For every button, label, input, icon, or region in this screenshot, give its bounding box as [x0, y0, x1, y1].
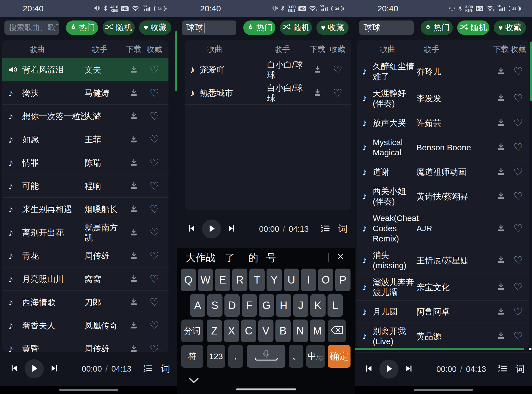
- favorite-button[interactable]: ♡: [144, 344, 165, 352]
- song-row[interactable]: ♪如愿王菲♡: [2, 128, 168, 151]
- song-row[interactable]: ♪Mystical MagicalBenson Boone♡: [357, 134, 529, 161]
- scrollbar-thumb[interactable]: [175, 31, 177, 91]
- song-row[interactable]: ♪宠爱吖白小白/球球♡: [185, 58, 351, 81]
- favorite-button[interactable]: ♡: [510, 223, 526, 234]
- previous-track-button[interactable]: [365, 364, 373, 374]
- play-button[interactable]: [25, 359, 44, 378]
- key-G[interactable]: G: [259, 294, 274, 317]
- scrollbar-thumb[interactable]: [530, 42, 532, 101]
- favorite-button[interactable]: ♡: [144, 65, 165, 75]
- song-row[interactable]: ♪Weak(Cheat Codes Remix)AJR♡: [357, 210, 529, 247]
- download-button[interactable]: [124, 344, 144, 352]
- next-track-button[interactable]: [50, 364, 58, 374]
- key-V[interactable]: V: [258, 320, 273, 342]
- favorite-button[interactable]: ♡: [144, 181, 165, 191]
- play-button[interactable]: [202, 220, 221, 239]
- download-button[interactable]: [124, 204, 144, 214]
- song-row[interactable]: ♪西关小姐(伴奏)黄诗扶/蔡翊昇♡: [357, 183, 529, 210]
- song-row[interactable]: ♪西海情歌刀郎♡: [2, 291, 168, 314]
- favorite-button[interactable]: ♡: [144, 274, 165, 284]
- favorite-button[interactable]: ♡: [144, 134, 165, 145]
- key-J[interactable]: J: [293, 294, 308, 317]
- song-row[interactable]: ♪搀扶马健涛♡: [2, 81, 168, 105]
- key-comma[interactable]: ，: [228, 345, 243, 368]
- download-button[interactable]: [492, 167, 510, 177]
- download-button[interactable]: [124, 88, 144, 98]
- random-filter-button[interactable]: 随机: [280, 20, 312, 35]
- key-B[interactable]: B: [275, 320, 291, 342]
- key-W[interactable]: W: [198, 269, 213, 291]
- key-H[interactable]: H: [276, 294, 291, 317]
- key-C[interactable]: C: [241, 320, 256, 342]
- key-T[interactable]: T: [249, 269, 265, 291]
- playlist-button[interactable]: 12: [320, 224, 330, 234]
- song-row[interactable]: ♪放声大哭许茹芸♡: [357, 112, 529, 134]
- close-suggestions-button[interactable]: ×: [337, 249, 344, 263]
- download-button[interactable]: [492, 255, 510, 265]
- favorite-button[interactable]: ♡: [510, 93, 526, 104]
- download-button[interactable]: [124, 251, 144, 261]
- song-row[interactable]: ♪别离开我(Live)黄品源♡: [357, 323, 529, 348]
- download-button[interactable]: [124, 181, 144, 191]
- key-A[interactable]: A: [190, 294, 205, 317]
- download-button[interactable]: [124, 274, 144, 284]
- hot-filter-button[interactable]: 热门: [66, 20, 98, 35]
- download-button[interactable]: [492, 93, 510, 103]
- download-button[interactable]: [308, 65, 327, 75]
- favorite-button[interactable]: ♡: [510, 167, 526, 177]
- favorite-button[interactable]: ♡: [510, 282, 526, 292]
- next-track-button[interactable]: [405, 364, 413, 374]
- key-M[interactable]: M: [310, 320, 325, 342]
- download-button[interactable]: [492, 331, 510, 341]
- favorite-button[interactable]: ♡: [510, 307, 526, 317]
- download-button[interactable]: [492, 142, 510, 152]
- suggestion-candidate[interactable]: 号: [266, 251, 276, 265]
- favorite-button[interactable]: ♡: [327, 88, 348, 98]
- song-row[interactable]: ♪道谢魔道祖师动画♡: [357, 161, 529, 183]
- song-row[interactable]: ♪月儿圆阿鲁阿卓♡: [357, 301, 529, 323]
- song-row[interactable]: 背着风流泪文夫♡: [2, 58, 168, 81]
- key-E[interactable]: E: [215, 269, 230, 291]
- key-period[interactable]: 。: [289, 345, 303, 368]
- favorite-button[interactable]: ♡: [510, 331, 526, 341]
- download-button[interactable]: [124, 297, 144, 307]
- favorite-button[interactable]: ♡: [144, 297, 165, 308]
- key-R[interactable]: R: [232, 269, 247, 291]
- favorite-button[interactable]: ♡: [144, 204, 165, 215]
- random-filter-button[interactable]: 随机: [457, 20, 489, 35]
- lyrics-button[interactable]: 词: [515, 363, 525, 375]
- favorite-filter-button[interactable]: ♥收藏: [139, 20, 171, 35]
- suggestion-candidate[interactable]: 了: [225, 251, 235, 265]
- previous-track-button[interactable]: [10, 364, 19, 374]
- collapse-keyboard-button[interactable]: [188, 377, 199, 385]
- progress-bar[interactable]: [355, 348, 524, 350]
- song-row[interactable]: ♪灞波儿奔奔波儿灞亲宝文化♡: [357, 274, 529, 301]
- home-indicator[interactable]: [59, 389, 118, 391]
- key-N[interactable]: N: [293, 320, 308, 342]
- download-button[interactable]: [492, 118, 510, 128]
- download-button[interactable]: [124, 158, 144, 168]
- download-button[interactable]: [492, 223, 510, 233]
- play-button[interactable]: [379, 360, 398, 379]
- lyrics-button[interactable]: 词: [161, 362, 170, 375]
- favorite-button[interactable]: ♡: [510, 118, 526, 128]
- playlist-button[interactable]: 12: [498, 364, 508, 374]
- random-filter-button[interactable]: 随机: [103, 20, 135, 35]
- key-S[interactable]: S: [207, 294, 222, 317]
- lyrics-button[interactable]: 词: [338, 223, 347, 235]
- song-row[interactable]: ♪黄昏周传雄♡: [2, 337, 168, 352]
- key-123[interactable]: 123: [207, 345, 225, 368]
- favorite-button[interactable]: ♡: [144, 158, 165, 168]
- search-input[interactable]: 球球: [182, 20, 236, 35]
- favorite-button[interactable]: ♡: [144, 111, 165, 122]
- suggestion-candidate[interactable]: 大作战: [186, 251, 216, 265]
- previous-track-button[interactable]: [187, 224, 196, 234]
- key-symbols[interactable]: 符: [181, 345, 203, 368]
- key-U[interactable]: U: [284, 269, 299, 291]
- download-button[interactable]: [308, 88, 327, 98]
- song-row[interactable]: ♪来生别再相遇烟嗓船长♡: [2, 198, 168, 221]
- favorite-button[interactable]: ♡: [144, 227, 165, 238]
- key-Z[interactable]: Z: [207, 320, 222, 342]
- favorite-button[interactable]: ♡: [144, 251, 165, 261]
- download-button[interactable]: [492, 307, 510, 317]
